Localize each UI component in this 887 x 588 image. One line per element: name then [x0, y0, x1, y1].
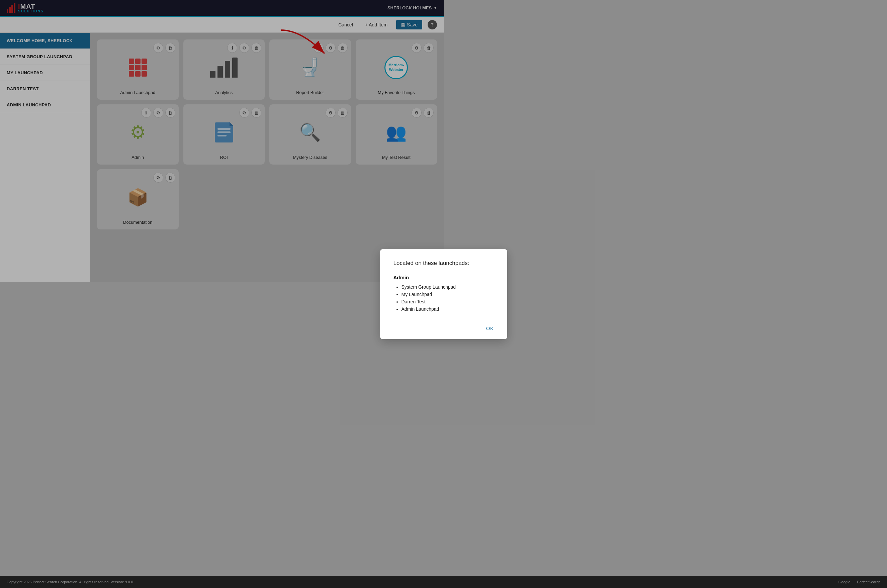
modal-list: System Group Launchpad My Launchpad Darr… [393, 284, 444, 294]
modal-title: Located on these launchpads: [393, 260, 444, 267]
modal-overlay[interactable]: Located on these launchpads: Admin Syste… [0, 0, 444, 294]
modal-dialog: Located on these launchpads: Admin Syste… [380, 249, 444, 294]
list-item: My Launchpad [402, 292, 444, 294]
list-item: System Group Launchpad [402, 284, 444, 290]
modal-section-title: Admin [393, 274, 444, 280]
